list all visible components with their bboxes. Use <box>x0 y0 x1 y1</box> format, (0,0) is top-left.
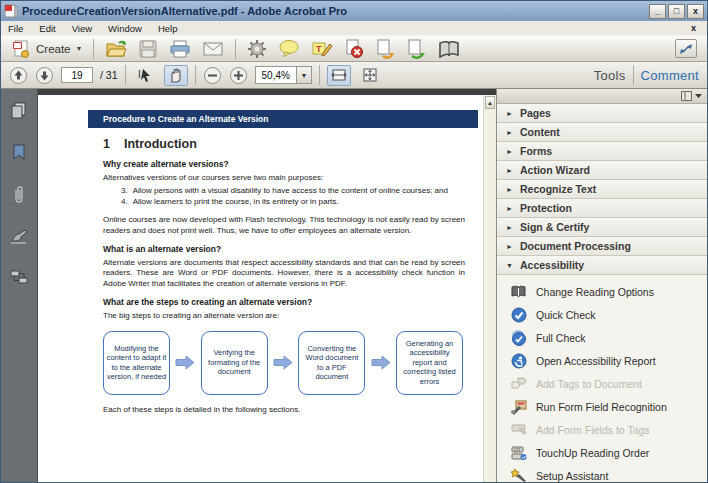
tool-label: TouchUp Reading Order <box>536 447 649 459</box>
maximize-button[interactable]: □ <box>668 4 685 19</box>
menu-bar: File Edit View Window Help x <box>1 21 707 35</box>
sidebar-panel-accessibility[interactable]: ▼Accessibility <box>497 256 707 275</box>
delete-pages-icon[interactable] <box>344 39 364 59</box>
toolbar-separator <box>93 39 94 59</box>
zoom-level-control[interactable]: 50,4% ▼ <box>255 66 312 84</box>
scroll-up-icon[interactable]: ▲ <box>485 96 495 109</box>
tool-change-reading-options[interactable]: Change Reading Options <box>497 280 707 303</box>
pdf-page: Procedure to Create an Alternate Version… <box>38 95 483 482</box>
flow-step-1: Modifying the content to adapt it to the… <box>103 331 170 395</box>
menu-file[interactable]: File <box>8 23 23 34</box>
fit-page-button[interactable] <box>358 65 382 86</box>
tool-open-accessibility-report[interactable]: Open Accessibility Report <box>497 349 707 372</box>
settings-icon[interactable] <box>247 39 267 59</box>
panel-options-icon[interactable] <box>681 91 692 101</box>
sidebar-panel-document-processing[interactable]: ►Document Processing <box>497 237 707 256</box>
insert-pages-icon[interactable] <box>406 39 426 59</box>
extract-pages-icon[interactable] <box>375 39 395 59</box>
sidebar-panel-action-wizard[interactable]: ►Action Wizard <box>497 161 707 180</box>
save-icon[interactable] <box>138 39 158 59</box>
navbar-separator <box>633 65 634 85</box>
zoom-dropdown-icon[interactable]: ▼ <box>296 67 311 83</box>
print-icon[interactable] <box>169 39 191 59</box>
sidebar-panel-recognize-text[interactable]: ►Recognize Text <box>497 180 707 199</box>
tool-label: Add Form Fields to Tags <box>536 424 650 436</box>
paragraph: Alternatives versions of our courses ser… <box>103 173 465 183</box>
tool-label: Add Tags to Document <box>536 378 642 390</box>
zoom-in-icon[interactable] <box>229 66 248 85</box>
comment-tab[interactable]: Comment <box>641 68 699 83</box>
document-header-bar: Procedure to Create an Alternate Version <box>88 110 478 128</box>
question-heading: What are the steps to creating an altern… <box>103 297 465 307</box>
highlight-text-icon[interactable]: T <box>311 39 333 59</box>
svg-text:I: I <box>138 69 141 80</box>
chevron-right-icon: ► <box>506 186 513 193</box>
tool-quick-check[interactable]: Quick Check <box>497 303 707 326</box>
select-tool-icon: I <box>138 67 152 83</box>
sticky-note-icon[interactable] <box>278 39 300 58</box>
tool-full-check[interactable]: Full Check <box>497 326 707 349</box>
fit-page-icon <box>362 68 378 82</box>
bookmarks-icon[interactable] <box>11 143 27 161</box>
menu-window[interactable]: Window <box>108 23 142 34</box>
close-document-icon[interactable]: x <box>691 23 700 33</box>
reading-mode-icon[interactable] <box>437 40 461 58</box>
tool-label: Run Form Field Recognition <box>536 401 667 413</box>
signatures-icon[interactable] <box>9 229 29 245</box>
quick-check-icon <box>510 306 527 323</box>
page-thumbnails-icon[interactable] <box>10 101 28 119</box>
open-file-icon[interactable] <box>105 39 127 59</box>
vertical-scrollbar[interactable]: ▲ <box>483 95 496 482</box>
accessibility-tools-list: Change Reading Options Quick Check Full … <box>497 275 707 482</box>
add-tags-icon <box>510 375 527 392</box>
page-number-input[interactable] <box>61 67 93 83</box>
tool-label: Full Check <box>536 332 586 344</box>
process-flowchart: Modifying the content to adapt it to the… <box>103 331 463 395</box>
layers-icon[interactable] <box>9 269 29 285</box>
tool-setup-assistant[interactable]: Setup Assistant <box>497 464 707 482</box>
hand-tool-icon <box>168 67 183 83</box>
next-page-icon[interactable] <box>35 66 54 85</box>
zoom-level-value: 50,4% <box>256 70 296 81</box>
chevron-right-icon: ► <box>506 243 513 250</box>
sidebar-panel-sign-certify[interactable]: ►Sign & Certify <box>497 218 707 237</box>
list-item: 4. Allow learners to print the course, i… <box>103 197 465 207</box>
attachments-icon[interactable] <box>12 185 26 205</box>
page-navigation-bar: / 31 I 50,4% ▼ Tools Comment <box>1 62 707 89</box>
expand-toolbar-button[interactable] <box>675 39 697 58</box>
tools-tab[interactable]: Tools <box>594 68 626 83</box>
accessibility-report-icon <box>510 352 527 369</box>
hand-tool-button[interactable] <box>164 65 188 86</box>
scroll-mode-icon <box>331 68 347 82</box>
svg-text:T: T <box>316 44 322 54</box>
minimize-button[interactable]: _ <box>649 4 666 19</box>
svg-text:123: 123 <box>514 447 521 452</box>
close-button[interactable]: x <box>687 4 704 19</box>
create-button[interactable]: Create ▼ <box>11 39 82 59</box>
scroll-mode-button[interactable] <box>327 65 351 86</box>
tool-label: Quick Check <box>536 309 596 321</box>
sidebar-panel-content[interactable]: ►Content <box>497 123 707 142</box>
menu-edit[interactable]: Edit <box>39 23 55 34</box>
paragraph: The big steps to creating an alternate v… <box>103 311 465 321</box>
list-text: Allow learners to print the course, in i… <box>133 197 465 207</box>
tool-touchup-reading-order[interactable]: 123 TouchUp Reading Order <box>497 441 707 464</box>
tools-sidebar: ►Pages ►Content ►Forms ►Action Wizard ►R… <box>496 89 707 482</box>
create-caret-icon: ▼ <box>76 45 83 52</box>
menu-help[interactable]: Help <box>158 23 178 34</box>
panel-menu-caret-icon[interactable] <box>695 93 702 99</box>
form-fields-to-tags-icon <box>510 421 527 438</box>
menu-view[interactable]: View <box>72 23 92 34</box>
paragraph: Each of these steps is detailed in the f… <box>103 405 465 415</box>
zoom-out-icon[interactable] <box>203 66 222 85</box>
navigation-pane-strip <box>1 89 38 482</box>
document-content: 1 Introduction Why create alternate vers… <box>38 137 483 415</box>
select-tool-button[interactable]: I <box>133 65 157 86</box>
email-icon[interactable] <box>202 40 224 58</box>
sidebar-panel-pages[interactable]: ►Pages <box>497 104 707 123</box>
tool-run-form-field-recognition[interactable]: Run Form Field Recognition <box>497 395 707 418</box>
sidebar-panel-forms[interactable]: ►Forms <box>497 142 707 161</box>
sidebar-panel-protection[interactable]: ►Protection <box>497 199 707 218</box>
previous-page-icon[interactable] <box>9 66 28 85</box>
acrobat-window: ProcedureCreationVersionAlternative.pdf … <box>0 0 708 483</box>
